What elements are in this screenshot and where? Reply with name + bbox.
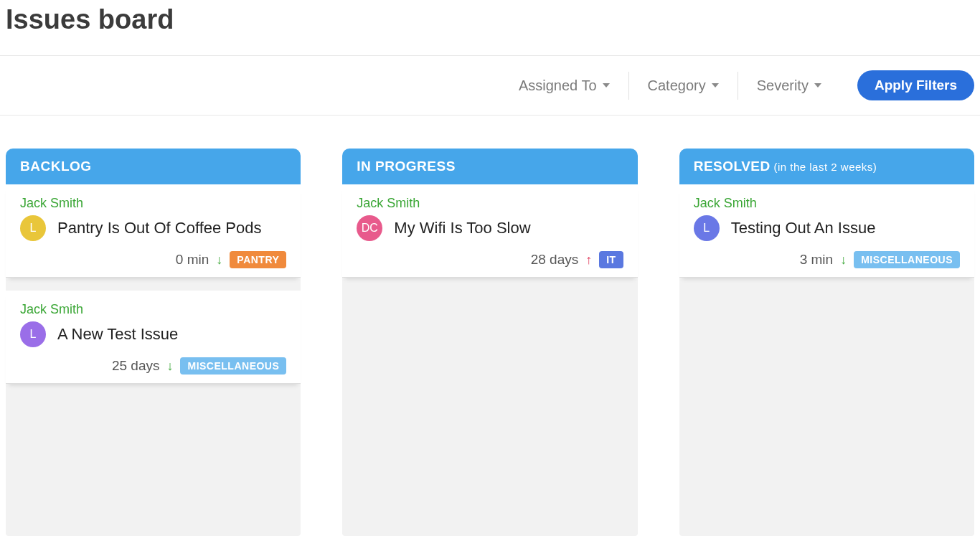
filter-severity[interactable]: Severity [738, 72, 840, 100]
filter-assigned-to-label: Assigned To [519, 77, 597, 94]
category-tag: MISCELLANEOUS [854, 251, 960, 268]
filter-assigned-to[interactable]: Assigned To [500, 72, 629, 100]
column-header: IN PROGRESS [342, 149, 637, 184]
category-tag: MISCELLANEOUS [180, 357, 286, 375]
caret-down-icon [712, 83, 719, 88]
issue-meta: 28 days↑IT [357, 241, 623, 268]
arrow-down-icon: ↓ [840, 253, 847, 266]
issue-title: Pantry Is Out Of Coffee Pods [57, 219, 262, 237]
column-body: Jack SmithDCMy Wifi Is Too Slow28 days↑I… [342, 184, 637, 536]
issue-age: 25 days [112, 358, 160, 374]
issue-age: 3 min [800, 252, 833, 268]
arrow-down-icon: ↓ [216, 253, 222, 266]
issue-card[interactable]: Jack SmithLA New Test Issue25 days↓MISCE… [6, 291, 301, 384]
kanban-columns: BACKLOGJack SmithLPantry Is Out Of Coffe… [0, 116, 980, 536]
kanban-column: RESOLVED (in the last 2 weeks)Jack Smith… [679, 149, 974, 536]
issue-title-row: LTesting Out An Issue [694, 215, 960, 241]
filter-category-label: Category [648, 77, 706, 94]
issue-title-row: LPantry Is Out Of Coffee Pods [20, 215, 286, 241]
issue-card[interactable]: Jack SmithDCMy Wifi Is Too Slow28 days↑I… [342, 184, 637, 278]
column-title: IN PROGRESS [357, 159, 455, 174]
category-tag: IT [599, 251, 623, 268]
category-tag: PANTRY [230, 251, 286, 268]
issue-title: A New Test Issue [57, 325, 178, 344]
column-header: BACKLOG [6, 149, 301, 184]
issue-card[interactable]: Jack SmithLPantry Is Out Of Coffee Pods0… [6, 184, 301, 278]
arrow-down-icon: ↓ [166, 359, 173, 372]
issue-age: 28 days [531, 252, 579, 268]
issue-reporter: Jack Smith [20, 302, 286, 317]
filter-category[interactable]: Category [629, 72, 738, 100]
arrow-up-icon: ↑ [585, 253, 592, 266]
issue-title: My Wifi Is Too Slow [394, 219, 530, 237]
issue-meta: 0 min↓PANTRY [20, 241, 286, 268]
apply-filters-button[interactable]: Apply Filters [857, 70, 974, 100]
avatar: DC [357, 215, 382, 241]
avatar: L [20, 321, 46, 347]
column-body: Jack SmithLTesting Out An Issue3 min↓MIS… [679, 184, 974, 536]
issue-age: 0 min [176, 252, 209, 268]
column-title: RESOLVED [694, 159, 771, 174]
caret-down-icon [814, 83, 821, 88]
issue-title-row: DCMy Wifi Is Too Slow [357, 215, 623, 241]
issue-reporter: Jack Smith [357, 196, 623, 211]
avatar: L [20, 215, 46, 241]
issue-title-row: LA New Test Issue [20, 321, 286, 347]
kanban-column: BACKLOGJack SmithLPantry Is Out Of Coffe… [6, 149, 301, 536]
avatar: L [694, 215, 720, 241]
filters-bar: Assigned To Category Severity Apply Filt… [0, 56, 980, 116]
issue-card[interactable]: Jack SmithLTesting Out An Issue3 min↓MIS… [679, 184, 974, 278]
issue-reporter: Jack Smith [694, 196, 960, 211]
kanban-column: IN PROGRESSJack SmithDCMy Wifi Is Too Sl… [342, 149, 637, 536]
filter-severity-label: Severity [757, 77, 809, 94]
column-subtitle: (in the last 2 weeks) [771, 161, 877, 173]
caret-down-icon [603, 83, 610, 88]
column-title: BACKLOG [20, 159, 92, 174]
issue-meta: 25 days↓MISCELLANEOUS [20, 347, 286, 375]
issue-title: Testing Out An Issue [731, 219, 876, 237]
page-title: Issues board [0, 0, 980, 56]
column-body: Jack SmithLPantry Is Out Of Coffee Pods0… [6, 184, 301, 536]
issue-meta: 3 min↓MISCELLANEOUS [694, 241, 960, 268]
column-header: RESOLVED (in the last 2 weeks) [679, 149, 974, 184]
issue-reporter: Jack Smith [20, 196, 286, 211]
